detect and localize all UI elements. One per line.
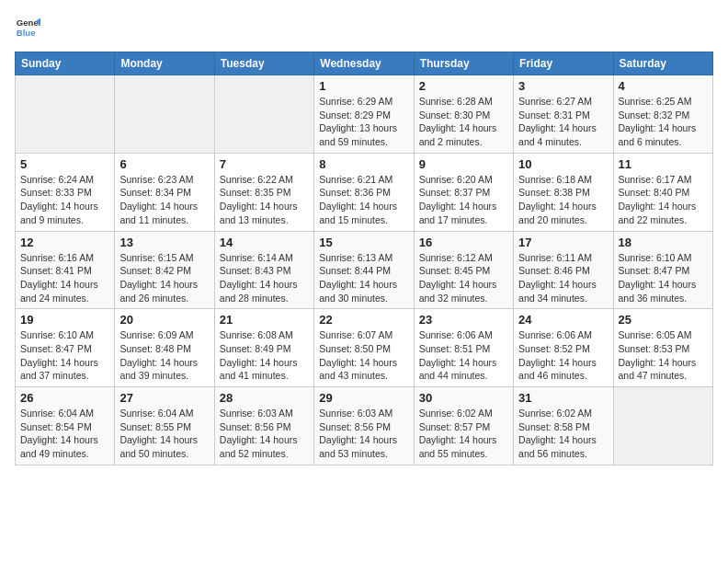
day-number: 21 <box>220 313 309 327</box>
day-number: 10 <box>518 157 608 171</box>
day-number: 25 <box>619 313 708 327</box>
day-number: 20 <box>119 313 209 327</box>
day-info: Sunrise: 6:13 AM Sunset: 8:44 PM Dayligh… <box>319 251 408 305</box>
day-number: 19 <box>20 313 109 327</box>
day-cell: 14Sunrise: 6:14 AM Sunset: 8:43 PM Dayli… <box>214 231 313 309</box>
day-cell: 11Sunrise: 6:17 AM Sunset: 8:40 PM Dayli… <box>613 153 712 231</box>
day-number: 12 <box>20 236 109 249</box>
day-info: Sunrise: 6:20 AM Sunset: 8:37 PM Dayligh… <box>419 173 508 227</box>
day-number: 4 <box>619 79 708 93</box>
day-info: Sunrise: 6:07 AM Sunset: 8:50 PM Dayligh… <box>319 328 408 383</box>
day-cell: 3Sunrise: 6:27 AM Sunset: 8:31 PM Daylig… <box>514 75 613 154</box>
day-info: Sunrise: 6:03 AM Sunset: 8:56 PM Dayligh… <box>220 407 309 461</box>
day-info: Sunrise: 6:10 AM Sunset: 8:47 PM Dayligh… <box>619 251 708 305</box>
weekday-tuesday: Tuesday <box>214 52 313 75</box>
page-header: General Blue <box>15 15 713 40</box>
day-info: Sunrise: 6:27 AM Sunset: 8:31 PM Dayligh… <box>518 95 608 149</box>
day-number: 27 <box>119 391 209 405</box>
day-number: 6 <box>119 157 209 171</box>
day-cell: 30Sunrise: 6:02 AM Sunset: 8:57 PM Dayli… <box>414 387 513 465</box>
day-cell: 10Sunrise: 6:18 AM Sunset: 8:38 PM Dayli… <box>514 153 613 231</box>
day-number: 29 <box>319 391 408 405</box>
svg-text:General: General <box>17 17 40 28</box>
day-cell: 29Sunrise: 6:03 AM Sunset: 8:56 PM Dayli… <box>314 387 414 465</box>
day-number: 28 <box>220 391 309 405</box>
week-row-1: 1Sunrise: 6:29 AM Sunset: 8:29 PM Daylig… <box>16 75 713 154</box>
day-cell: 7Sunrise: 6:22 AM Sunset: 8:35 PM Daylig… <box>214 153 313 231</box>
day-number: 24 <box>518 313 608 327</box>
day-cell: 12Sunrise: 6:16 AM Sunset: 8:41 PM Dayli… <box>16 231 115 309</box>
day-number: 11 <box>619 157 708 171</box>
weekday-saturday: Saturday <box>613 52 712 75</box>
day-cell: 15Sunrise: 6:13 AM Sunset: 8:44 PM Dayli… <box>314 231 414 309</box>
day-cell <box>16 75 115 154</box>
day-cell: 1Sunrise: 6:29 AM Sunset: 8:29 PM Daylig… <box>314 75 414 154</box>
day-number: 3 <box>518 79 608 93</box>
day-info: Sunrise: 6:16 AM Sunset: 8:41 PM Dayligh… <box>20 251 109 305</box>
day-cell: 22Sunrise: 6:07 AM Sunset: 8:50 PM Dayli… <box>314 309 414 387</box>
day-number: 7 <box>220 157 309 171</box>
day-cell: 2Sunrise: 6:28 AM Sunset: 8:30 PM Daylig… <box>414 75 513 154</box>
day-info: Sunrise: 6:06 AM Sunset: 8:51 PM Dayligh… <box>419 328 508 383</box>
day-cell: 19Sunrise: 6:10 AM Sunset: 8:47 PM Dayli… <box>16 309 115 387</box>
day-cell: 5Sunrise: 6:24 AM Sunset: 8:33 PM Daylig… <box>16 153 115 231</box>
day-info: Sunrise: 6:23 AM Sunset: 8:34 PM Dayligh… <box>119 173 209 227</box>
day-number: 1 <box>319 79 408 93</box>
logo: General Blue <box>15 15 40 40</box>
weekday-friday: Friday <box>514 52 613 75</box>
day-info: Sunrise: 6:18 AM Sunset: 8:38 PM Dayligh… <box>518 173 608 227</box>
day-info: Sunrise: 6:04 AM Sunset: 8:55 PM Dayligh… <box>119 407 209 461</box>
day-cell: 9Sunrise: 6:20 AM Sunset: 8:37 PM Daylig… <box>414 153 513 231</box>
day-info: Sunrise: 6:10 AM Sunset: 8:47 PM Dayligh… <box>20 328 109 383</box>
day-info: Sunrise: 6:21 AM Sunset: 8:36 PM Dayligh… <box>319 173 408 227</box>
day-info: Sunrise: 6:22 AM Sunset: 8:35 PM Dayligh… <box>220 173 309 227</box>
svg-text:Blue: Blue <box>17 28 36 38</box>
day-number: 13 <box>119 236 209 249</box>
day-number: 18 <box>619 236 708 249</box>
day-cell <box>613 387 712 465</box>
day-number: 22 <box>319 313 408 327</box>
day-info: Sunrise: 6:24 AM Sunset: 8:33 PM Dayligh… <box>20 173 109 227</box>
day-cell: 20Sunrise: 6:09 AM Sunset: 8:48 PM Dayli… <box>115 309 214 387</box>
day-number: 16 <box>419 236 508 249</box>
day-info: Sunrise: 6:14 AM Sunset: 8:43 PM Dayligh… <box>220 251 309 305</box>
weekday-thursday: Thursday <box>414 52 513 75</box>
day-info: Sunrise: 6:05 AM Sunset: 8:53 PM Dayligh… <box>619 328 708 383</box>
day-number: 2 <box>419 79 508 93</box>
day-cell <box>115 75 214 154</box>
day-info: Sunrise: 6:09 AM Sunset: 8:48 PM Dayligh… <box>119 328 209 383</box>
day-cell: 24Sunrise: 6:06 AM Sunset: 8:52 PM Dayli… <box>514 309 613 387</box>
day-number: 26 <box>20 391 109 405</box>
day-number: 14 <box>220 236 309 249</box>
day-cell: 6Sunrise: 6:23 AM Sunset: 8:34 PM Daylig… <box>115 153 214 231</box>
week-row-4: 19Sunrise: 6:10 AM Sunset: 8:47 PM Dayli… <box>16 309 713 387</box>
day-cell: 31Sunrise: 6:02 AM Sunset: 8:58 PM Dayli… <box>514 387 613 465</box>
day-cell: 21Sunrise: 6:08 AM Sunset: 8:49 PM Dayli… <box>214 309 313 387</box>
day-number: 5 <box>20 157 109 171</box>
day-info: Sunrise: 6:06 AM Sunset: 8:52 PM Dayligh… <box>518 328 608 383</box>
day-number: 23 <box>419 313 508 327</box>
day-info: Sunrise: 6:11 AM Sunset: 8:46 PM Dayligh… <box>518 251 608 305</box>
day-info: Sunrise: 6:04 AM Sunset: 8:54 PM Dayligh… <box>20 407 109 461</box>
day-number: 31 <box>518 391 608 405</box>
day-cell: 16Sunrise: 6:12 AM Sunset: 8:45 PM Dayli… <box>414 231 513 309</box>
day-info: Sunrise: 6:12 AM Sunset: 8:45 PM Dayligh… <box>419 251 508 305</box>
day-cell: 23Sunrise: 6:06 AM Sunset: 8:51 PM Dayli… <box>414 309 513 387</box>
day-number: 9 <box>419 157 508 171</box>
day-cell: 25Sunrise: 6:05 AM Sunset: 8:53 PM Dayli… <box>613 309 712 387</box>
week-row-5: 26Sunrise: 6:04 AM Sunset: 8:54 PM Dayli… <box>16 387 713 465</box>
calendar-body: 1Sunrise: 6:29 AM Sunset: 8:29 PM Daylig… <box>16 75 713 465</box>
day-cell: 4Sunrise: 6:25 AM Sunset: 8:32 PM Daylig… <box>613 75 712 154</box>
weekday-monday: Monday <box>115 52 214 75</box>
day-cell: 8Sunrise: 6:21 AM Sunset: 8:36 PM Daylig… <box>314 153 414 231</box>
week-row-3: 12Sunrise: 6:16 AM Sunset: 8:41 PM Dayli… <box>16 231 713 309</box>
day-info: Sunrise: 6:25 AM Sunset: 8:32 PM Dayligh… <box>619 95 708 149</box>
day-cell: 27Sunrise: 6:04 AM Sunset: 8:55 PM Dayli… <box>115 387 214 465</box>
day-info: Sunrise: 6:08 AM Sunset: 8:49 PM Dayligh… <box>220 328 309 383</box>
day-info: Sunrise: 6:17 AM Sunset: 8:40 PM Dayligh… <box>619 173 708 227</box>
day-info: Sunrise: 6:02 AM Sunset: 8:58 PM Dayligh… <box>518 407 608 461</box>
calendar-table: SundayMondayTuesdayWednesdayThursdayFrid… <box>15 52 713 465</box>
day-info: Sunrise: 6:28 AM Sunset: 8:30 PM Dayligh… <box>419 95 508 149</box>
day-cell: 13Sunrise: 6:15 AM Sunset: 8:42 PM Dayli… <box>115 231 214 309</box>
day-info: Sunrise: 6:29 AM Sunset: 8:29 PM Dayligh… <box>319 95 408 149</box>
